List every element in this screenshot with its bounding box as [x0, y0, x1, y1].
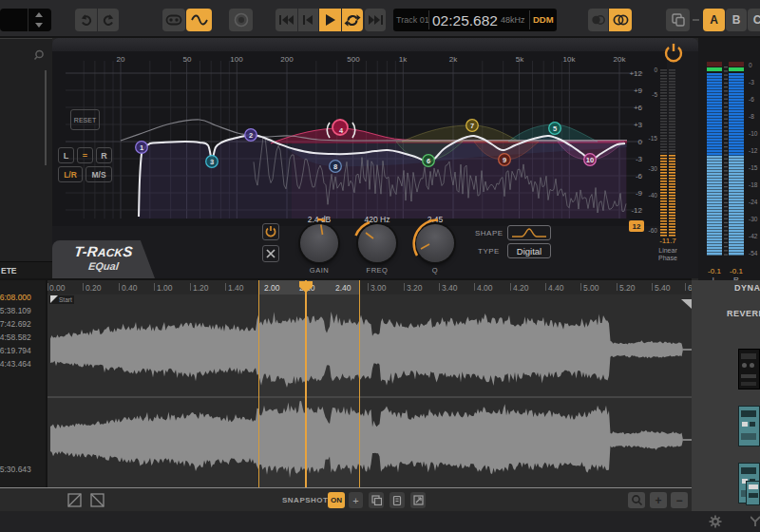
svg-text:0: 0	[654, 66, 657, 73]
svg-text:-6: -6	[749, 96, 754, 103]
svg-text:-8: -8	[749, 113, 754, 120]
svg-text:-40: -40	[649, 192, 658, 199]
svg-text:-42: -42	[749, 233, 758, 239]
svg-text:-18: -18	[749, 181, 758, 188]
svg-text:-10: -10	[749, 130, 758, 137]
svg-text:-24: -24	[749, 199, 758, 205]
svg-text:0: 0	[749, 62, 752, 68]
svg-text:-15: -15	[649, 135, 658, 142]
svg-text:-54: -54	[749, 250, 758, 256]
svg-text:-60: -60	[649, 227, 658, 234]
svg-text:-30: -30	[649, 165, 658, 172]
svg-text:-12: -12	[749, 147, 758, 154]
svg-text:-0.1: -0.1	[730, 267, 743, 276]
svg-text:-5: -5	[652, 91, 657, 98]
svg-text:-0.1: -0.1	[708, 267, 721, 276]
svg-text:-15: -15	[749, 164, 758, 171]
svg-text:-30: -30	[749, 216, 758, 222]
svg-text:-3: -3	[749, 79, 754, 86]
